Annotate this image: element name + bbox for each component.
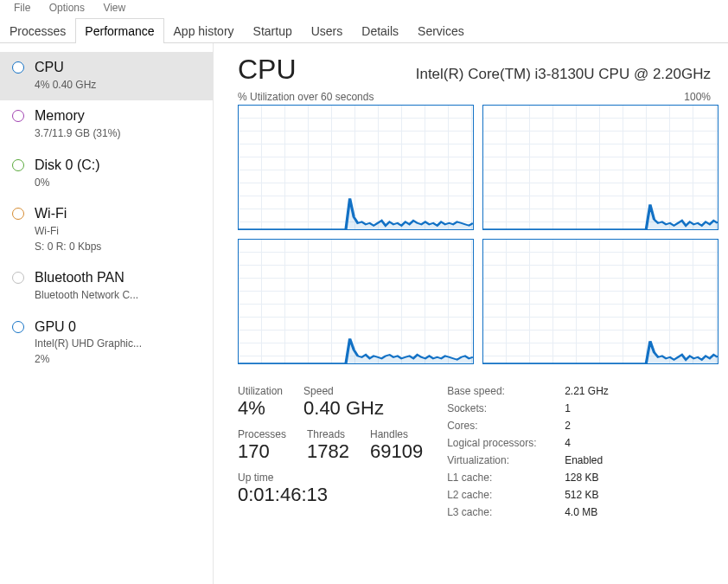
- sidebar-item-sub: 0%: [35, 176, 100, 190]
- tabstrip: ProcessesPerformanceApp historyStartupUs…: [0, 17, 728, 43]
- stat-threads-label: Threads: [307, 428, 349, 440]
- sidebar-item-sub: 4% 0.40 GHz: [35, 79, 96, 93]
- sidebar-item-title: Wi-Fi: [35, 205, 101, 223]
- menu-view[interactable]: View: [103, 2, 125, 14]
- tab-services[interactable]: Services: [408, 18, 474, 43]
- sidebar-item-title: CPU: [35, 59, 96, 77]
- tab-users[interactable]: Users: [302, 18, 353, 43]
- chart-caption-left: % Utilization over 60 seconds: [238, 91, 374, 103]
- sysinfo-label: Sockets:: [447, 402, 559, 414]
- stat-threads-value: 1782: [307, 440, 349, 463]
- cpu-chart-lp1: [482, 105, 718, 230]
- stat-utilization: Utilization 4%: [238, 385, 283, 420]
- sysinfo-value: 512 KB: [565, 489, 642, 501]
- stat-speed-value: 0.40 GHz: [303, 397, 384, 420]
- sysinfo-value: 1: [565, 402, 642, 414]
- sysinfo-label: L3 cache:: [447, 506, 559, 518]
- stat-handles: Handles 69109: [370, 428, 423, 463]
- sysinfo-value: 4: [565, 437, 642, 449]
- sidebar-item-wifi[interactable]: Wi-FiWi-FiS: 0 R: 0 Kbps: [0, 198, 213, 262]
- menu-file[interactable]: File: [14, 2, 30, 14]
- stat-threads: Threads 1782: [307, 428, 349, 463]
- cpu-chart-lp2: [238, 239, 474, 364]
- stat-speed-label: Speed: [303, 385, 384, 397]
- sysinfo-value: 2.21 GHz: [565, 385, 642, 397]
- stat-speed: Speed 0.40 GHz: [303, 385, 384, 420]
- stat-uptime-value: 0:01:46:13: [238, 484, 423, 506]
- memory-ring-icon: [12, 110, 24, 122]
- sysinfo-label: Virtualization:: [447, 454, 559, 466]
- gpu0-ring-icon: [12, 321, 24, 333]
- sidebar-item-cpu[interactable]: CPU4% 0.40 GHz: [0, 52, 213, 100]
- sysinfo-label: Base speed:: [447, 385, 559, 397]
- sysinfo-label: L2 cache:: [447, 489, 559, 501]
- menubar: File Options View: [0, 0, 728, 17]
- sidebar-item-bluetooth[interactable]: Bluetooth PANBluetooth Network C...: [0, 262, 213, 311]
- sysinfo-label: L1 cache:: [447, 472, 559, 484]
- cpu-ring-icon: [12, 61, 24, 74]
- stat-processes-value: 170: [238, 440, 286, 463]
- stat-processes: Processes 170: [238, 428, 286, 463]
- tab-startup[interactable]: Startup: [244, 18, 302, 43]
- sysinfo-label: Logical processors:: [447, 437, 559, 449]
- sidebar-item-sub2: 2%: [35, 353, 142, 367]
- sidebar-item-sub2: S: 0 R: 0 Kbps: [35, 241, 101, 254]
- sysinfo-label: Cores:: [447, 420, 559, 432]
- cpu-chart-grid: [238, 105, 718, 364]
- sidebar-item-memory[interactable]: Memory3.7/11.9 GB (31%): [0, 100, 213, 149]
- sidebar: CPU4% 0.40 GHzMemory3.7/11.9 GB (31%)Dis…: [0, 43, 214, 584]
- stat-utilization-label: Utilization: [238, 385, 283, 397]
- wifi-ring-icon: [12, 208, 24, 220]
- sidebar-item-sub: Bluetooth Network C...: [35, 289, 138, 303]
- sidebar-item-sub: Wi-Fi: [35, 225, 101, 239]
- sidebar-item-title: Disk 0 (C:): [35, 157, 100, 175]
- sidebar-item-title: Bluetooth PAN: [35, 269, 138, 287]
- stat-handles-value: 69109: [370, 440, 423, 463]
- tab-details[interactable]: Details: [352, 18, 408, 43]
- page-title: CPU: [238, 54, 297, 86]
- cpu-chart-lp0: [238, 105, 474, 230]
- cpu-chart-lp3: [482, 239, 718, 364]
- tab-app-history[interactable]: App history: [164, 18, 244, 43]
- sidebar-item-title: GPU 0: [35, 318, 142, 337]
- stat-utilization-value: 4%: [238, 397, 283, 420]
- sidebar-item-sub: Intel(R) UHD Graphic...: [35, 337, 142, 351]
- stat-uptime-label: Up time: [238, 472, 423, 484]
- stat-handles-label: Handles: [370, 428, 423, 440]
- sidebar-item-disk0[interactable]: Disk 0 (C:)0%: [0, 150, 213, 198]
- bluetooth-ring-icon: [12, 272, 24, 284]
- content-panel: CPU Intel(R) Core(TM) i3-8130U CPU @ 2.2…: [214, 43, 728, 584]
- tab-processes[interactable]: Processes: [0, 18, 75, 43]
- system-info-grid: Base speed:2.21 GHzSockets:1Cores:2Logic…: [447, 385, 642, 518]
- sidebar-item-sub: 3.7/11.9 GB (31%): [35, 127, 120, 141]
- stat-processes-label: Processes: [238, 428, 286, 440]
- sysinfo-value: 4.0 MB: [565, 506, 642, 518]
- chart-caption-right: 100%: [684, 91, 711, 103]
- disk0-ring-icon: [12, 159, 24, 171]
- sidebar-item-title: Memory: [35, 107, 120, 125]
- cpu-model: Intel(R) Core(TM) i3-8130U CPU @ 2.20GHz: [416, 66, 711, 83]
- sysinfo-value: 2: [565, 420, 642, 432]
- sysinfo-value: 128 KB: [565, 472, 642, 484]
- sysinfo-value: Enabled: [565, 454, 642, 466]
- menu-options[interactable]: Options: [49, 2, 85, 14]
- tab-performance[interactable]: Performance: [75, 18, 163, 43]
- sidebar-item-gpu0[interactable]: GPU 0Intel(R) UHD Graphic...2%: [0, 311, 213, 375]
